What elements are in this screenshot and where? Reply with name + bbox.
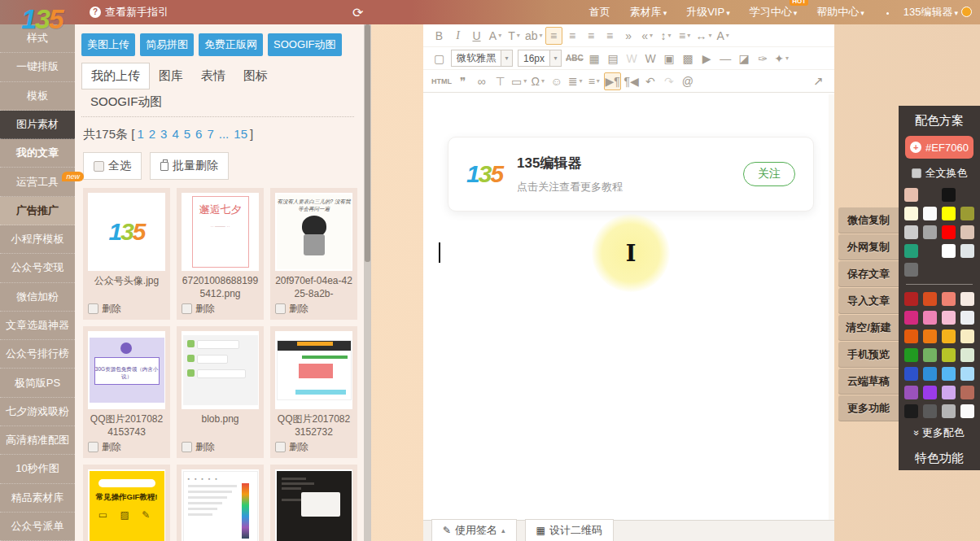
sidebar-item-文章选题神器[interactable]: 文章选题神器 xyxy=(0,312,75,340)
color-swatch[interactable] xyxy=(923,292,937,306)
color-swatch[interactable] xyxy=(904,404,918,418)
page-link-2[interactable]: 2 xyxy=(149,127,155,141)
template-box-icon[interactable]: ▭▾ xyxy=(510,72,527,90)
highlight-icon[interactable]: ab▾ xyxy=(524,27,544,45)
special-char-icon[interactable]: Ω▾ xyxy=(529,72,546,90)
color-swatch[interactable] xyxy=(904,292,918,306)
sidebar-item-公众号派单[interactable]: 公众号派单 xyxy=(0,513,75,541)
align-left-icon[interactable]: ≡ xyxy=(545,27,562,45)
font-color-icon[interactable]: A▾ xyxy=(487,27,504,45)
italic-icon[interactable]: I xyxy=(449,27,466,45)
color-swatch[interactable] xyxy=(904,207,918,220)
page-link-5[interactable]: 5 xyxy=(184,127,190,141)
sidebar-item-小程序模板[interactable]: 小程序模板 xyxy=(0,225,75,254)
word-import-icon[interactable]: W xyxy=(642,50,659,68)
action-button-保存文章[interactable]: 保存文章 xyxy=(838,261,899,287)
color-swatch[interactable] xyxy=(960,207,974,220)
nav-item-首页[interactable]: 首页 xyxy=(589,5,610,20)
color-swatch[interactable] xyxy=(960,367,974,381)
color-swatch[interactable] xyxy=(960,404,974,418)
beginner-guide-link[interactable]: ? 查看新手指引 xyxy=(90,0,168,24)
image-gallery-icon[interactable]: ▩ xyxy=(680,50,697,68)
sidebar-item-10秒作图[interactable]: 10秒作图 xyxy=(0,455,75,483)
full-text-recolor-checkbox[interactable] xyxy=(912,168,921,178)
strikethrough-icon[interactable]: ABC xyxy=(565,50,584,68)
page-link-7[interactable]: 7 xyxy=(207,127,213,141)
quick-button-美图上传[interactable]: 美图上传 xyxy=(81,33,135,56)
color-swatch[interactable] xyxy=(960,348,974,362)
sidebar-item-微信加粉[interactable]: 微信加粉 xyxy=(0,283,75,312)
design-qrcode-tab[interactable]: ▦ 设计二维码 xyxy=(525,519,614,541)
nav-item-升级VIP[interactable]: 升级VIP▾ xyxy=(686,5,730,20)
text-direction-icon[interactable]: A▾ xyxy=(715,27,732,45)
select-all-checkbox[interactable] xyxy=(94,161,104,172)
delete-checkbox[interactable] xyxy=(182,442,192,452)
color-swatch[interactable] xyxy=(904,329,918,343)
sidebar-item-广告推广[interactable]: 广告推广 xyxy=(0,197,75,225)
image-thumbnail[interactable] xyxy=(275,469,352,541)
underline-icon[interactable]: U xyxy=(468,27,485,45)
insert-link-icon[interactable]: ∞ xyxy=(473,72,490,90)
color-swatch[interactable] xyxy=(923,311,937,325)
image-thumbnail[interactable] xyxy=(275,331,352,409)
sidebar-item-图片素材[interactable]: 图片素材 xyxy=(0,111,75,139)
image-thumbnail[interactable]: 常见操作GIF教程!▭ ▨ ✎ xyxy=(88,469,165,541)
emoji-icon[interactable]: ☺ xyxy=(548,72,565,90)
horizontal-line-icon[interactable]: — xyxy=(717,50,734,68)
use-signature-tab[interactable]: ✎ 使用签名 ▴ xyxy=(431,519,517,541)
color-swatch[interactable] xyxy=(942,311,956,325)
select-all-button[interactable]: 全选 xyxy=(83,152,142,180)
image-thumbnail[interactable]: ▪ ▪ ▪ ▪ ▪ xyxy=(182,469,259,541)
featured-functions-button[interactable]: 特色功能 xyxy=(899,451,980,466)
nav-item-帮助中心[interactable]: 帮助中心▾ xyxy=(816,5,864,20)
insert-video-icon[interactable]: ▶ xyxy=(698,50,715,68)
bullet-list-icon[interactable]: ≡▾ xyxy=(585,72,602,90)
page-link-...[interactable]: ... xyxy=(219,127,230,141)
delete-checkbox[interactable] xyxy=(275,303,286,314)
sidebar-item-精品素材库[interactable]: 精品素材库 xyxy=(0,484,75,513)
color-swatch[interactable] xyxy=(923,207,937,220)
outdent-icon[interactable]: «▾ xyxy=(639,27,656,45)
image-thumbnail[interactable] xyxy=(182,331,259,409)
delete-checkbox[interactable] xyxy=(88,442,98,452)
tab-图库[interactable]: 图库 xyxy=(150,63,192,89)
tab-图标[interactable]: 图标 xyxy=(234,63,277,89)
image-thumbnail[interactable]: 30G资源包免费领（内含小说） xyxy=(88,331,165,409)
action-button-导入文章[interactable]: 导入文章 xyxy=(838,288,899,314)
sidebar-item-高清精准配图[interactable]: 高清精准配图 xyxy=(0,426,75,455)
action-button-清空/新建[interactable]: 清空/新建 xyxy=(838,315,899,341)
sidebar-item-公众号变现[interactable]: 公众号变现 xyxy=(0,254,75,282)
eraser-icon[interactable]: ◪ xyxy=(736,50,753,68)
sidebar-item-一键排版[interactable]: 一键排版 xyxy=(0,53,75,81)
html-source-icon[interactable]: HTML xyxy=(431,72,453,90)
user-menu[interactable]: 135编辑器▾ xyxy=(903,5,972,20)
page-link-15[interactable]: 15 xyxy=(234,127,247,141)
color-swatch[interactable] xyxy=(904,188,918,202)
color-swatch[interactable] xyxy=(923,225,937,239)
paragraph-spacing-icon[interactable]: ≡▾ xyxy=(676,27,693,45)
image-thumbnail[interactable]: 135 xyxy=(88,193,165,271)
batch-delete-button[interactable]: 批量删除 xyxy=(150,152,229,180)
panel-scrollbar[interactable] xyxy=(364,24,371,541)
color-swatch[interactable] xyxy=(942,329,956,343)
sidebar-item-运营工具[interactable]: 运营工具new xyxy=(0,168,75,196)
color-swatch[interactable] xyxy=(942,207,956,220)
color-swatch[interactable] xyxy=(923,367,937,381)
image-thumbnail[interactable]: 有没有人要表白三儿的? 没有我等会再问一遍 xyxy=(275,193,352,271)
page-link-3[interactable]: 3 xyxy=(160,127,167,141)
line-height-icon[interactable]: ↕▾ xyxy=(658,27,675,45)
quick-button-SOOGIF动图[interactable]: SOOGIF动图 xyxy=(268,33,342,56)
fullscreen-icon[interactable]: ↗ xyxy=(810,72,827,90)
full-text-recolor-toggle[interactable]: 全文换色 xyxy=(899,166,980,181)
color-swatch[interactable] xyxy=(942,225,956,239)
action-button-手机预览[interactable]: 手机预览 xyxy=(838,342,899,368)
new-document-icon[interactable]: ▢ xyxy=(431,50,448,68)
paragraph-forward-icon[interactable]: ▶¶ xyxy=(604,72,621,90)
page-break-icon[interactable]: ⊤ xyxy=(492,72,509,90)
editor-content[interactable]: 135 135编辑器 点击关注查看更多教程 关注 I xyxy=(423,94,834,520)
magic-fill-icon[interactable]: ✦▾ xyxy=(773,50,790,68)
font-family-select[interactable]: 微软雅黑 ▾ xyxy=(451,50,513,67)
delete-checkbox[interactable] xyxy=(88,303,98,314)
tab-我的上传[interactable]: 我的上传 xyxy=(81,63,150,89)
color-swatch[interactable] xyxy=(904,311,918,325)
